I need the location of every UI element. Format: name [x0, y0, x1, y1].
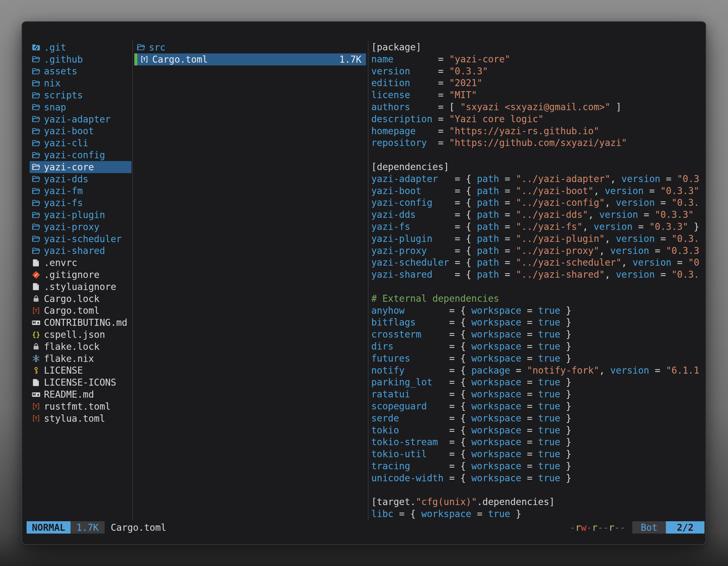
code-line	[371, 281, 705, 293]
dir-item-yazi-scheduler[interactable]: yazi-scheduler	[30, 233, 131, 245]
item-label: yazi-plugin	[44, 210, 105, 220]
item-label: LICENSE	[44, 365, 83, 376]
item-label: yazi-dds	[44, 174, 88, 185]
dir-item-assets[interactable]: assets	[30, 65, 131, 78]
file-preview-pane: [package]name = "yazi-core"version = "0.…	[371, 41, 705, 520]
item-label: nix	[44, 78, 61, 89]
item-label: .styluaignore	[44, 281, 116, 292]
code-line	[371, 149, 705, 161]
code-line: futures = { workspace = true }	[371, 353, 705, 365]
item-size: 1.7K	[339, 54, 361, 65]
dir-item-yazi-adapter[interactable]: yazi-adapter	[30, 113, 131, 125]
permission-char: -	[586, 522, 592, 533]
pane-separator-right	[368, 41, 368, 520]
file-item-flake-lock[interactable]: flake.lock	[30, 340, 131, 353]
folder-open-icon	[31, 174, 41, 184]
code-line: yazi-scheduler = { path = "../yazi-sched…	[371, 257, 705, 269]
permission-char: w	[581, 522, 586, 533]
active-row-marker	[134, 53, 137, 65]
folder-open-icon	[31, 91, 41, 100]
item-label: Cargo.toml	[44, 305, 100, 316]
item-label: yazi-scheduler	[44, 234, 122, 245]
code-line: dirs = { workspace = true }	[371, 340, 705, 353]
file-icon	[31, 258, 41, 268]
item-label: yazi-core	[44, 162, 94, 173]
code-line: parking_lot = { workspace = true }	[371, 376, 705, 388]
permission-char: -	[570, 522, 575, 533]
code-line: yazi-proxy = { path = "../yazi-proxy", v…	[371, 245, 705, 257]
dir-item-scripts[interactable]: scripts	[30, 89, 131, 101]
dir-item-yazi-cli[interactable]: yazi-cli	[30, 137, 131, 149]
file-item-contributing-md[interactable]: CONTRIBUTING.md	[30, 316, 131, 328]
file-item-envrc[interactable]: .envrc	[30, 257, 131, 269]
item-label: yazi-proxy	[44, 222, 100, 233]
dir-item-yazi-proxy[interactable]: yazi-proxy	[30, 221, 131, 233]
toml-icon	[140, 55, 149, 64]
code-line: license = "MIT"	[371, 89, 705, 101]
dir-item-src[interactable]: src	[134, 41, 366, 53]
dir-item-github[interactable]: .github	[30, 53, 131, 65]
folder-open-icon	[31, 55, 41, 64]
file-item-cargo-toml[interactable]: Cargo.toml1.7K	[134, 53, 366, 65]
file-item-styluaignore[interactable]: .styluaignore	[30, 281, 131, 293]
git-folder-icon	[31, 43, 41, 52]
dir-item-yazi-boot[interactable]: yazi-boot	[30, 125, 131, 137]
code-line: yazi-adapter = { path = "../yazi-adapter…	[371, 173, 705, 185]
item-label: yazi-fs	[44, 198, 83, 208]
file-item-cspell-json[interactable]: cspell.json	[30, 328, 131, 340]
cursor-counter-badge: 2/2	[666, 521, 704, 534]
folder-open-icon	[31, 198, 41, 208]
dir-item-yazi-dds[interactable]: yazi-dds	[30, 173, 131, 185]
item-label: LICENSE-ICONS	[44, 377, 116, 388]
dir-item-yazi-plugin[interactable]: yazi-plugin	[30, 209, 131, 221]
yazi-terminal-window: .git.githubassetsnixscriptssnapyazi-adap…	[22, 21, 706, 545]
file-item-flake-nix[interactable]: flake.nix	[30, 353, 131, 365]
dir-item-git[interactable]: .git	[30, 41, 131, 53]
code-line: tokio-util = { workspace = true }	[371, 448, 705, 460]
dir-item-yazi-shared[interactable]: yazi-shared	[30, 245, 131, 257]
code-line: description = "Yazi core logic"	[371, 113, 705, 125]
dir-item-snap[interactable]: snap	[30, 101, 131, 113]
folder-open-icon	[31, 186, 41, 196]
code-line	[371, 484, 705, 496]
folder-open-icon	[31, 210, 41, 220]
folder-open-icon	[31, 151, 41, 160]
dir-item-yazi-fs[interactable]: yazi-fs	[30, 197, 131, 209]
file-icon	[31, 282, 41, 291]
file-item-gitignore[interactable]: .gitignore	[30, 269, 131, 281]
folder-open-icon	[31, 102, 41, 112]
file-size-badge: 1.7K	[71, 521, 104, 534]
folder-open-icon	[31, 139, 41, 148]
dir-item-yazi-fm[interactable]: yazi-fm	[30, 185, 131, 197]
item-label: README.md	[44, 389, 94, 400]
code-line: tracing = { workspace = true }	[371, 460, 705, 472]
item-label: rustfmt.toml	[44, 401, 111, 412]
file-item-readme-md[interactable]: README.md	[30, 388, 131, 400]
code-line: yazi-dds = { path = "../yazi-dds", versi…	[371, 209, 705, 221]
item-label: assets	[44, 66, 77, 77]
code-line: yazi-fs = { path = "../yazi-fs", version…	[371, 221, 705, 233]
file-item-cargo-toml[interactable]: Cargo.toml	[30, 305, 131, 317]
dir-item-yazi-config[interactable]: yazi-config	[30, 149, 131, 161]
dir-item-yazi-core[interactable]: yazi-core	[30, 161, 131, 173]
code-line: crossterm = { workspace = true }	[371, 328, 705, 340]
item-label: Cargo.lock	[44, 293, 100, 304]
permission-char: --	[614, 522, 625, 533]
code-line: repository = "https://github.com/sxyazi/…	[371, 137, 705, 149]
item-label: CONTRIBUTING.md	[44, 317, 127, 328]
key-icon	[31, 366, 41, 375]
code-line: yazi-config = { path = "../yazi-config",…	[371, 197, 705, 209]
code-line: edition = "2021"	[371, 77, 705, 89]
folder-open-icon	[31, 114, 41, 124]
folder-open-icon	[31, 126, 41, 136]
item-label: scripts	[44, 90, 83, 101]
dir-item-nix[interactable]: nix	[30, 77, 131, 89]
scroll-position-badge: Bot	[632, 521, 666, 534]
file-item-cargo-lock[interactable]: Cargo.lock	[30, 293, 131, 305]
pane-separator-left	[132, 41, 133, 520]
file-item-license-icons[interactable]: LICENSE-ICONS	[30, 376, 131, 388]
file-item-license[interactable]: LICENSE	[30, 365, 131, 377]
file-item-stylua-toml[interactable]: stylua.toml	[30, 412, 131, 424]
file-item-rustfmt-toml[interactable]: rustfmt.toml	[30, 400, 131, 412]
item-label: src	[149, 42, 166, 53]
